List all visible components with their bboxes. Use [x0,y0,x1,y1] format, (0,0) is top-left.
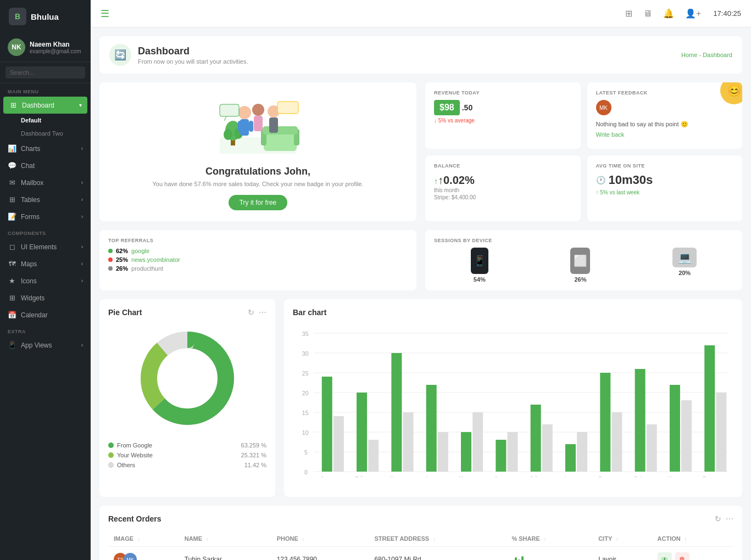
bar-aug-grey [577,432,587,472]
sidebar-item-forms[interactable]: 📝 Forms › [0,208,91,225]
welcome-title: Congratulations John, [205,166,310,177]
orders-table: Image ↕ Name ↕ Phone ↕ Street Address ↕ … [108,531,733,560]
legend-google: From Google 63.259 % [108,442,266,449]
chevron-right-icon-4: › [81,214,83,220]
feedback-link[interactable]: Write back [596,131,734,138]
sidebar-item-tables[interactable]: ⊞ Tables › [0,191,91,208]
sidebar-item-charts[interactable]: 📊 Charts › [0,140,91,157]
col-action: Action ↕ [652,531,733,547]
sort-icon-city[interactable]: ↕ [616,536,619,542]
sessions-label: SESSIONS BY DEVICE [434,238,733,243]
svg-text:Nov: Nov [668,475,677,477]
bar-chart-card: Bar chart 0 5 10 15 20 25 30 35 [284,299,742,497]
chevron-right-icon-5: › [81,244,83,250]
sidebar-item-chat[interactable]: 💬 Chat [0,157,91,174]
bar-dec-grey [716,393,726,472]
bell-icon[interactable]: 🔔 [661,6,676,21]
sidebar-mailbox-label: Mailbox [21,179,43,187]
mailbox-icon: ✉ [8,178,16,187]
orders-refresh-icon[interactable]: ↻ [715,514,721,523]
referral-name-google: google [131,248,149,254]
svg-point-15 [252,104,264,116]
sidebar-sub-dashboard-two[interactable]: Dashboard Two [0,127,91,140]
pie-chart-svg [132,323,242,433]
user-add-icon[interactable]: 👤+ [683,6,703,21]
bar-feb-grey [368,440,379,472]
revenue-cents: .50 [462,103,472,112]
chevron-right-icon-7: › [81,278,83,284]
mini-bar-2 [515,557,517,560]
icons-icon: ★ [8,277,16,285]
sort-icon-phone[interactable]: ↕ [302,536,305,542]
bar-chart-svg: 0 5 10 15 20 25 30 35 [293,323,733,477]
sidebar-item-maps[interactable]: 🗺 Maps › [0,255,91,272]
maps-icon: 🗺 [8,260,16,268]
sidebar-item-dashboard[interactable]: ⊞ Dashboard ▾ [3,97,87,114]
sort-icon-image[interactable]: ↕ [137,536,140,542]
view-button[interactable]: 👁 [658,552,672,560]
col-share: % Share ↕ [506,531,593,547]
sort-icon-address[interactable]: ↕ [433,536,436,542]
welcome-description: You have done 57.6% more sales today. Ch… [152,181,363,187]
bar-jul-green [531,405,541,472]
page-header: 🔄 Dashboard From now on you will start y… [99,36,742,74]
refresh-icon[interactable]: ↻ [248,308,254,317]
grid-icon[interactable]: ⊞ [623,6,635,21]
sidebar-item-calendar[interactable]: 📅 Calendar [0,306,91,323]
welcome-section: Congratulations John, You have done 57.6… [99,82,742,221]
charts-row: Pie Chart ↻ ⋯ [99,299,742,497]
delete-button[interactable]: 🗑 [675,552,689,560]
svg-rect-19 [277,102,298,114]
cell-city: Lavoir [593,547,652,561]
device-tablet: ⬜ 26% [570,248,590,283]
app-views-icon: 📱 [8,341,16,349]
balance-card: BALANCE ↑↑0.02% this month Stripe: $4,40… [425,155,581,222]
sidebar-item-app-views[interactable]: 📱 App Views › [0,337,91,354]
page-subtitle: From now on you will start your activiti… [138,58,248,65]
more-icon[interactable]: ⋯ [259,308,266,317]
bar-oct-grey [647,424,657,472]
page-header-text: Dashboard From now on you will start you… [138,46,248,65]
calendar-icon: 📅 [8,311,16,319]
svg-text:5: 5 [304,450,308,456]
stats-grid: REVENUE TODAY $98 .50 ↓ 5% vs average LA… [425,82,742,221]
sort-icon-action[interactable]: ↕ [685,536,687,542]
svg-rect-12 [249,121,253,132]
sidebar-charts-label: Charts [21,145,40,153]
mobile-icon: 📱 [471,248,488,274]
order-avatar-2: MK [124,553,137,560]
referral-item-google: 62% google [108,248,408,254]
orders-more-icon[interactable]: ⋯ [726,514,733,523]
sidebar-sub-default[interactable]: Default [0,114,91,127]
balance-sub: this month [434,187,572,193]
sidebar-item-icons[interactable]: ★ Icons › [0,272,91,289]
sort-icon-share[interactable]: ↕ [544,536,547,542]
bar-jan-green [322,377,332,472]
svg-rect-1 [264,132,297,151]
svg-text:35: 35 [302,331,309,337]
sort-icon-name[interactable]: ↕ [206,536,209,542]
svg-text:Jan: Jan [320,475,329,477]
bar-nov-green [670,385,680,472]
sidebar-item-mailbox[interactable]: ✉ Mailbox › [0,174,91,191]
device-mobile: 📱 54% [471,248,488,283]
sidebar-appviews-label: App Views [21,341,52,349]
svg-text:25: 25 [302,371,309,377]
forms-icon: 📝 [8,212,16,221]
sidebar-item-widgets[interactable]: ⊞ Widgets [0,289,91,306]
referrals-sessions-row: TOP REFERRALS 62% google 25% news.ycombi… [99,230,742,290]
cell-address: 680-1097 Mi Rd. [369,547,506,561]
chevron-right-icon-6: › [81,261,83,267]
menu-toggle-icon[interactable]: ☰ [101,8,109,20]
col-address: Street Address ↕ [369,531,506,547]
svg-text:May: May [459,475,469,477]
sidebar-item-ui-elements[interactable]: ◻ UI Elements › [0,238,91,255]
search-input[interactable] [5,66,85,79]
referrals-label: TOP REFERRALS [108,238,408,243]
try-free-button[interactable]: Try it for free [229,195,288,210]
monitor-icon[interactable]: 🖥 [641,7,654,21]
avatar: NK [8,38,25,56]
user-name: Naeem Khan [30,41,81,48]
revenue-main: $98 [434,100,460,115]
referrals-card: TOP REFERRALS 62% google 25% news.ycombi… [99,230,416,290]
